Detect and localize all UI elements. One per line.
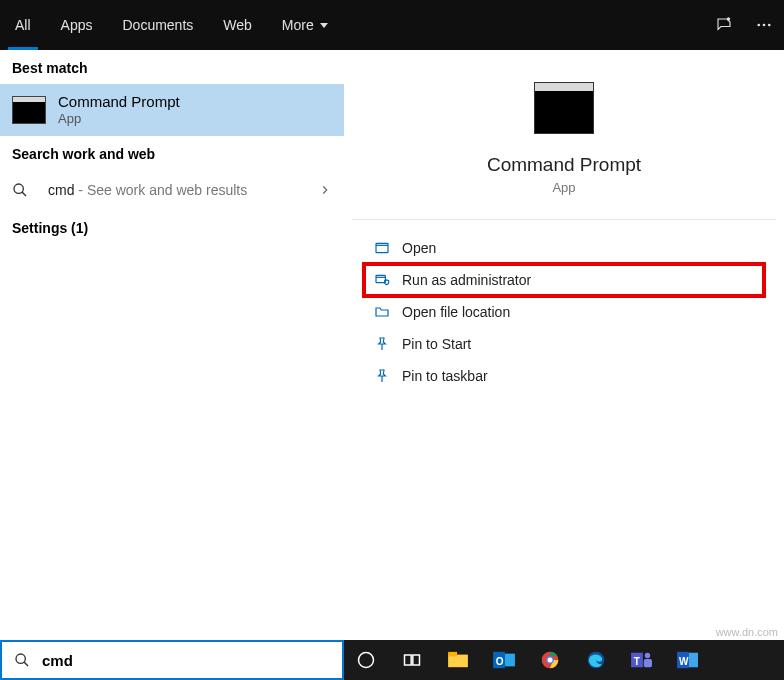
feedback-icon[interactable] [704, 0, 744, 50]
svg-point-12 [359, 653, 374, 668]
tab-all[interactable]: All [0, 0, 46, 50]
chrome-icon[interactable] [538, 648, 562, 672]
search-work-web-header: Search work and web [0, 136, 344, 170]
svg-rect-15 [448, 655, 468, 668]
search-icon [12, 182, 48, 198]
edge-icon[interactable] [584, 648, 608, 672]
svg-text:T: T [634, 656, 640, 667]
search-box[interactable] [0, 640, 344, 680]
svg-point-25 [645, 653, 650, 658]
preview-header: Command Prompt App [352, 58, 776, 220]
svg-rect-7 [376, 275, 385, 282]
svg-point-1 [757, 24, 760, 27]
taskbar: O T W [344, 640, 784, 680]
result-subtitle: App [58, 111, 180, 126]
tab-web[interactable]: Web [208, 0, 267, 50]
tab-label: More [282, 17, 314, 33]
tab-label: Apps [61, 17, 93, 33]
search-tabs: All Apps Documents Web More [0, 0, 784, 50]
svg-point-2 [763, 24, 766, 27]
web-result-text: cmd - See work and web results [48, 182, 247, 198]
result-title: Command Prompt [58, 94, 180, 111]
svg-point-3 [768, 24, 771, 27]
svg-rect-13 [405, 655, 412, 665]
cortana-icon[interactable] [354, 648, 378, 672]
best-match-header: Best match [0, 50, 344, 84]
pin-icon [374, 368, 402, 384]
svg-point-22 [548, 658, 553, 663]
svg-rect-29 [689, 653, 698, 668]
pin-icon [374, 336, 402, 352]
svg-point-0 [727, 18, 729, 20]
tab-label: Web [223, 17, 252, 33]
action-pin-to-taskbar[interactable]: Pin to taskbar [364, 360, 764, 392]
action-open-file-location[interactable]: Open file location [364, 296, 764, 328]
teams-icon[interactable]: T [630, 648, 654, 672]
start-search-panel: All Apps Documents Web More Best match C… [0, 0, 784, 640]
chevron-down-icon [320, 23, 328, 28]
web-result-cmd[interactable]: cmd - See work and web results [0, 170, 344, 210]
tab-more[interactable]: More [267, 0, 343, 50]
settings-header: Settings (1) [0, 210, 344, 244]
results-column: Best match Command Prompt App Search wor… [0, 50, 344, 640]
search-input[interactable] [42, 652, 342, 669]
tab-label: Documents [122, 17, 193, 33]
folder-icon [374, 304, 402, 320]
action-label: Run as administrator [402, 272, 531, 288]
open-icon [374, 240, 402, 256]
preview-title: Command Prompt [487, 154, 641, 176]
word-icon[interactable]: W [676, 648, 700, 672]
svg-point-4 [14, 184, 23, 193]
svg-point-10 [16, 654, 25, 663]
command-prompt-icon [534, 82, 594, 134]
action-label: Pin to taskbar [402, 368, 488, 384]
file-explorer-icon[interactable] [446, 648, 470, 672]
svg-line-5 [22, 192, 26, 196]
svg-text:O: O [496, 656, 504, 667]
task-view-icon[interactable] [400, 648, 424, 672]
tab-documents[interactable]: Documents [107, 0, 208, 50]
svg-rect-14 [413, 655, 420, 665]
more-options-icon[interactable] [744, 0, 784, 50]
watermark-text: www.dn.com [716, 626, 778, 638]
action-run-as-administrator[interactable]: Run as administrator [364, 264, 764, 296]
action-pin-to-start[interactable]: Pin to Start [364, 328, 764, 360]
search-icon [2, 652, 42, 668]
admin-shield-icon [374, 272, 402, 288]
action-label: Open [402, 240, 436, 256]
best-match-result[interactable]: Command Prompt App [0, 84, 344, 136]
command-prompt-icon [12, 96, 46, 124]
svg-rect-16 [448, 652, 457, 657]
action-label: Open file location [402, 304, 510, 320]
action-label: Pin to Start [402, 336, 471, 352]
preview-column: Command Prompt App Open Run as administr… [352, 58, 776, 632]
svg-text:W: W [679, 656, 689, 667]
svg-rect-18 [505, 654, 515, 667]
outlook-icon[interactable]: O [492, 648, 516, 672]
svg-line-11 [24, 662, 28, 666]
preview-subtitle: App [552, 180, 575, 195]
tab-label: All [15, 17, 31, 33]
action-list: Open Run as administrator Open file loca… [352, 220, 776, 404]
svg-rect-26 [644, 659, 652, 667]
search-body: Best match Command Prompt App Search wor… [0, 50, 784, 640]
action-open[interactable]: Open [364, 232, 764, 264]
tab-apps[interactable]: Apps [46, 0, 108, 50]
chevron-right-icon [318, 183, 332, 197]
